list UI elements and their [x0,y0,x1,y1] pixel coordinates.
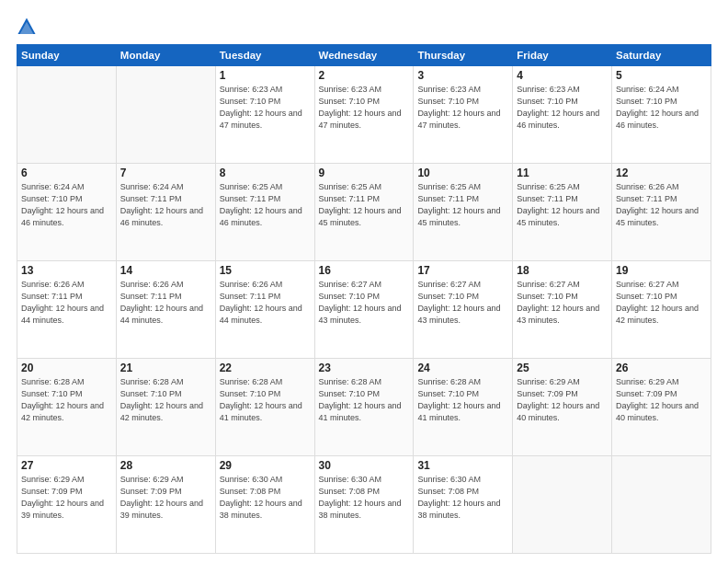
calendar-cell: 28Sunrise: 6:29 AMSunset: 7:09 PMDayligh… [116,456,215,554]
day-number: 2 [319,69,410,82]
day-number: 17 [417,264,508,277]
day-info: Sunrise: 6:30 AMSunset: 7:08 PMDaylight:… [220,474,311,522]
day-number: 28 [120,459,211,472]
day-info: Sunrise: 6:27 AMSunset: 7:10 PMDaylight:… [517,279,608,327]
day-number: 26 [616,362,707,374]
weekday-header-cell: Monday [116,45,215,66]
day-number: 10 [417,167,508,179]
day-info: Sunrise: 6:23 AMSunset: 7:10 PMDaylight:… [517,84,608,132]
calendar-body: 1Sunrise: 6:23 AMSunset: 7:10 PMDaylight… [17,66,711,554]
day-number: 6 [21,167,112,179]
day-info: Sunrise: 6:29 AMSunset: 7:09 PMDaylight:… [120,474,211,522]
day-info: Sunrise: 6:24 AMSunset: 7:10 PMDaylight:… [616,84,707,132]
day-info: Sunrise: 6:29 AMSunset: 7:09 PMDaylight:… [517,376,608,424]
calendar-cell: 17Sunrise: 6:27 AMSunset: 7:10 PMDayligh… [414,261,513,359]
day-info: Sunrise: 6:28 AMSunset: 7:10 PMDaylight:… [319,376,410,424]
calendar-cell: 19Sunrise: 6:27 AMSunset: 7:10 PMDayligh… [612,261,711,359]
logo-icon [17,17,37,37]
day-info: Sunrise: 6:23 AMSunset: 7:10 PMDaylight:… [417,84,508,132]
day-info: Sunrise: 6:24 AMSunset: 7:10 PMDaylight:… [21,181,112,229]
calendar-cell: 12Sunrise: 6:26 AMSunset: 7:11 PMDayligh… [612,164,711,261]
day-number: 15 [220,264,311,277]
calendar-cell: 11Sunrise: 6:25 AMSunset: 7:11 PMDayligh… [513,164,612,261]
day-number: 8 [220,167,311,179]
calendar-cell: 24Sunrise: 6:28 AMSunset: 7:10 PMDayligh… [414,359,513,456]
calendar-header-row: SundayMondayTuesdayWednesdayThursdayFrid… [17,45,711,66]
calendar-table: SundayMondayTuesdayWednesdayThursdayFrid… [17,44,711,554]
calendar-week-row: 20Sunrise: 6:28 AMSunset: 7:10 PMDayligh… [17,359,711,456]
logo [17,17,40,37]
weekday-header-cell: Saturday [612,45,711,66]
calendar-cell: 23Sunrise: 6:28 AMSunset: 7:10 PMDayligh… [314,359,414,456]
calendar-week-row: 6Sunrise: 6:24 AMSunset: 7:10 PMDaylight… [17,164,711,261]
calendar-week-row: 13Sunrise: 6:26 AMSunset: 7:11 PMDayligh… [17,261,711,359]
day-info: Sunrise: 6:30 AMSunset: 7:08 PMDaylight:… [417,474,508,522]
day-info: Sunrise: 6:30 AMSunset: 7:08 PMDaylight:… [319,474,410,522]
day-info: Sunrise: 6:28 AMSunset: 7:10 PMDaylight:… [120,376,211,424]
day-number: 21 [120,362,211,374]
day-info: Sunrise: 6:25 AMSunset: 7:11 PMDaylight:… [319,181,410,229]
day-number: 20 [21,362,112,374]
day-info: Sunrise: 6:25 AMSunset: 7:11 PMDaylight:… [517,181,608,229]
day-info: Sunrise: 6:27 AMSunset: 7:10 PMDaylight:… [417,279,508,327]
calendar-cell: 30Sunrise: 6:30 AMSunset: 7:08 PMDayligh… [314,456,414,554]
day-number: 18 [517,264,608,277]
calendar-cell: 5Sunrise: 6:24 AMSunset: 7:10 PMDaylight… [612,66,711,164]
weekday-header-cell: Sunday [17,45,117,66]
calendar-cell: 7Sunrise: 6:24 AMSunset: 7:11 PMDaylight… [116,164,215,261]
day-number: 29 [220,459,311,472]
calendar-cell: 13Sunrise: 6:26 AMSunset: 7:11 PMDayligh… [17,261,117,359]
calendar-cell: 16Sunrise: 6:27 AMSunset: 7:10 PMDayligh… [314,261,414,359]
calendar-week-row: 27Sunrise: 6:29 AMSunset: 7:09 PMDayligh… [17,456,711,554]
day-number: 4 [517,69,608,82]
calendar-cell: 10Sunrise: 6:25 AMSunset: 7:11 PMDayligh… [414,164,513,261]
day-info: Sunrise: 6:28 AMSunset: 7:10 PMDaylight:… [21,376,112,424]
weekday-header-cell: Tuesday [215,45,314,66]
day-number: 9 [319,167,410,179]
day-number: 16 [319,264,410,277]
day-number: 23 [319,362,410,374]
day-info: Sunrise: 6:26 AMSunset: 7:11 PMDaylight:… [616,181,707,229]
day-info: Sunrise: 6:25 AMSunset: 7:11 PMDaylight:… [220,181,311,229]
calendar-cell: 1Sunrise: 6:23 AMSunset: 7:10 PMDaylight… [215,66,314,164]
calendar-week-row: 1Sunrise: 6:23 AMSunset: 7:10 PMDaylight… [17,66,711,164]
calendar-cell: 20Sunrise: 6:28 AMSunset: 7:10 PMDayligh… [17,359,117,456]
day-number: 12 [616,167,707,179]
day-number: 13 [21,264,112,277]
day-number: 19 [616,264,707,277]
day-info: Sunrise: 6:23 AMSunset: 7:10 PMDaylight:… [319,84,410,132]
day-info: Sunrise: 6:26 AMSunset: 7:11 PMDaylight:… [120,279,211,327]
day-number: 5 [616,69,707,82]
calendar-cell: 15Sunrise: 6:26 AMSunset: 7:11 PMDayligh… [215,261,314,359]
page: SundayMondayTuesdayWednesdayThursdayFrid… [0,0,728,563]
weekday-header-cell: Thursday [414,45,513,66]
day-info: Sunrise: 6:27 AMSunset: 7:10 PMDaylight:… [319,279,410,327]
calendar-cell: 26Sunrise: 6:29 AMSunset: 7:09 PMDayligh… [612,359,711,456]
calendar-cell: 9Sunrise: 6:25 AMSunset: 7:11 PMDaylight… [314,164,414,261]
day-info: Sunrise: 6:29 AMSunset: 7:09 PMDaylight:… [616,376,707,424]
calendar-cell: 29Sunrise: 6:30 AMSunset: 7:08 PMDayligh… [215,456,314,554]
day-info: Sunrise: 6:23 AMSunset: 7:10 PMDaylight:… [220,84,311,132]
day-number: 31 [417,459,508,472]
day-info: Sunrise: 6:24 AMSunset: 7:11 PMDaylight:… [120,181,211,229]
calendar-cell [116,66,215,164]
day-info: Sunrise: 6:26 AMSunset: 7:11 PMDaylight:… [220,279,311,327]
weekday-header-cell: Wednesday [314,45,414,66]
calendar-cell [17,66,117,164]
calendar-cell: 27Sunrise: 6:29 AMSunset: 7:09 PMDayligh… [17,456,117,554]
calendar-cell [513,456,612,554]
calendar-cell: 21Sunrise: 6:28 AMSunset: 7:10 PMDayligh… [116,359,215,456]
day-number: 24 [417,362,508,374]
calendar-cell: 25Sunrise: 6:29 AMSunset: 7:09 PMDayligh… [513,359,612,456]
day-number: 14 [120,264,211,277]
calendar-cell: 31Sunrise: 6:30 AMSunset: 7:08 PMDayligh… [414,456,513,554]
day-info: Sunrise: 6:28 AMSunset: 7:10 PMDaylight:… [220,376,311,424]
calendar-cell: 14Sunrise: 6:26 AMSunset: 7:11 PMDayligh… [116,261,215,359]
day-number: 27 [21,459,112,472]
calendar-cell: 3Sunrise: 6:23 AMSunset: 7:10 PMDaylight… [414,66,513,164]
calendar-cell: 8Sunrise: 6:25 AMSunset: 7:11 PMDaylight… [215,164,314,261]
day-number: 22 [220,362,311,374]
day-number: 3 [417,69,508,82]
calendar-cell: 4Sunrise: 6:23 AMSunset: 7:10 PMDaylight… [513,66,612,164]
header [17,17,711,37]
